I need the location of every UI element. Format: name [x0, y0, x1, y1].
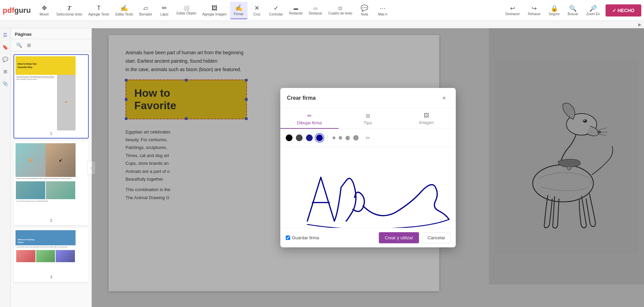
- modal-title: Crear firma: [287, 95, 316, 101]
- pencil-icon: ✏: [162, 4, 167, 12]
- sign-icon: ✍: [235, 4, 243, 11]
- save-signature-label: Guardar firma: [292, 235, 319, 240]
- modal-tabs: ✏ Dibujar firma ⊞ Tipo 🖼 Imagen: [280, 109, 456, 129]
- tab-tipo[interactable]: ⊞ Tipo: [339, 109, 397, 129]
- comments-sidebar-btn[interactable]: 💬: [1, 55, 9, 63]
- tool-nota[interactable]: 💬 Nota: [356, 2, 373, 19]
- page-number-2: 2: [16, 217, 87, 223]
- size-large[interactable]: [353, 135, 359, 141]
- redo-icon: ↪: [532, 5, 537, 12]
- add-text-icon: T: [97, 5, 101, 12]
- save-signature-checkbox[interactable]: [286, 236, 290, 240]
- modal-footer: Guardar firma Crear y utilizar Cancelar: [280, 228, 456, 247]
- tool-cuadro-texto[interactable]: ⊡ Cuadro de texto: [326, 2, 355, 19]
- tool-editar-texto[interactable]: ✍ Editar Texto: [113, 2, 136, 19]
- select-text-icon: 𝑻: [67, 5, 71, 12]
- highlight-icon: ▭: [313, 6, 317, 11]
- tool-agregar-texto[interactable]: T Agregar Texto: [86, 2, 112, 19]
- sidebar-search-icon[interactable]: 🔍: [15, 41, 23, 49]
- save-signature-checkbox-label[interactable]: Guardar firma: [286, 235, 319, 240]
- page-number-1: 1: [16, 130, 87, 136]
- crear-firma-modal: Crear firma × ✏ Dibujar firma ⊞ Tipo: [280, 88, 456, 247]
- pages-sidebar-btn[interactable]: ☰: [1, 31, 9, 39]
- pages-list: How to Draw OurFavorite Pets Lorem ipsum…: [11, 52, 91, 307]
- logo-guru: guru: [14, 6, 31, 15]
- zoom-button[interactable]: 🔎 Zoom En: [584, 3, 603, 17]
- signature-drawing: [280, 147, 456, 228]
- pages-sidebar: Páginas 🔍 ⊞ How to Draw OurFavorite Pets…: [11, 28, 92, 307]
- edit-object-icon: ⬜: [184, 5, 189, 11]
- eraser-tool-icon: ✂: [366, 135, 370, 141]
- top-toolbar: pdf guru ✥ Mover 𝑻 Seleccionar texto T A…: [0, 0, 644, 21]
- tool-editar-objeto[interactable]: ⬜ Editar Objeto: [174, 2, 199, 19]
- attachments-sidebar-btn[interactable]: 📎: [1, 80, 9, 88]
- crear-utilizar-button[interactable]: Crear y utilizar: [379, 232, 419, 243]
- content-area: Animals have been part of human art from…: [92, 28, 644, 307]
- page3-title: Different PaintingStyles: [18, 239, 34, 244]
- buscar-button[interactable]: 🔍 Buscar: [565, 3, 581, 17]
- size-medium-small[interactable]: [339, 136, 342, 140]
- hecho-button[interactable]: ✓ HECHO: [606, 4, 641, 17]
- image-tab-icon: 🖼: [424, 113, 429, 119]
- close-icon: ×: [442, 95, 446, 102]
- seguro-button[interactable]: 🔒 Seguro: [546, 3, 562, 17]
- tool-cruz[interactable]: ✕ Cruz: [248, 2, 266, 19]
- cancelar-button[interactable]: Cancelar: [422, 232, 450, 243]
- edit-text-icon: ✍: [120, 4, 128, 12]
- color-navy[interactable]: [306, 134, 313, 141]
- svg-rect-10: [280, 147, 456, 228]
- tab-imagen[interactable]: 🖼 Imagen: [397, 109, 455, 129]
- color-dark-blue[interactable]: [316, 134, 323, 141]
- tab-dibujar[interactable]: ✏ Dibujar firma: [280, 109, 339, 129]
- deshacer-button[interactable]: ↩ Deshacer: [503, 3, 523, 17]
- logo[interactable]: pdf guru: [3, 6, 31, 15]
- tab-dibujar-label: Dibujar firma: [297, 120, 322, 125]
- sidebar-grid-icon[interactable]: ⊞: [25, 41, 33, 49]
- size-medium[interactable]: [345, 136, 350, 140]
- modal-close-button[interactable]: ×: [440, 93, 449, 103]
- sidebar-title: Páginas: [11, 28, 91, 39]
- eraser-icon: ▱: [143, 4, 148, 12]
- move-icon: ✥: [42, 4, 47, 12]
- tool-agregar-imagen[interactable]: 🖼 Agregar Imagen: [200, 2, 229, 19]
- expand-arrow[interactable]: ▶: [638, 22, 641, 27]
- cross-icon: ✕: [254, 4, 259, 12]
- tool-controlar[interactable]: ✓ Controlar: [267, 2, 286, 19]
- page-thumb-2[interactable]: 🎨 🖌 Animals are a part of our daily life…: [13, 141, 89, 225]
- tool-mover[interactable]: ✥ Mover: [35, 2, 53, 19]
- main-area: ☰ 🔖 💬 ⊞ 📎 Páginas 🔍 ⊞ How to Draw OurFav…: [0, 28, 644, 307]
- secondary-bar: ▶: [0, 21, 644, 28]
- icon-sidebar: ☰ 🔖 💬 ⊞ 📎: [0, 28, 11, 307]
- tool-lapiz[interactable]: ✏ Lápiz: [156, 2, 173, 19]
- page-thumb-3[interactable]: Different PaintingStyles Lorem ipsum dol…: [13, 228, 89, 282]
- page-number-3: 3: [16, 274, 87, 280]
- more-icon: ⋯: [380, 4, 386, 12]
- size-small[interactable]: [333, 136, 335, 139]
- tool-mas[interactable]: ⋯ Más h: [374, 2, 391, 19]
- tool-firmar[interactable]: ✍ Firmar: [230, 2, 248, 19]
- signature-eraser-button[interactable]: ✂: [363, 133, 373, 143]
- rehacer-button[interactable]: ↪ Rehacer: [525, 3, 543, 17]
- color-dark-gray[interactable]: [296, 134, 303, 141]
- modal-overlay: Crear firma × ✏ Dibujar firma ⊞ Tipo: [92, 28, 644, 307]
- signature-canvas[interactable]: [280, 147, 456, 228]
- page-thumb-1[interactable]: How to Draw OurFavorite Pets Lorem ipsum…: [13, 54, 89, 139]
- footer-buttons: Crear y utilizar Cancelar: [379, 232, 450, 243]
- tool-redactar[interactable]: ▬ Redactar: [286, 2, 306, 19]
- bookmarks-sidebar-btn[interactable]: 🔖: [1, 43, 9, 51]
- type-tab-icon: ⊞: [366, 113, 370, 119]
- sidebar-icons: 🔍 ⊞: [11, 39, 91, 52]
- tool-borrador[interactable]: ▱ Borrador: [137, 2, 155, 19]
- tab-imagen-label: Imagen: [419, 120, 433, 125]
- layers-sidebar-btn[interactable]: ⊞: [1, 67, 9, 75]
- add-image-icon: 🖼: [212, 5, 218, 12]
- color-size-separator: [328, 134, 328, 142]
- text-box-icon: ⊡: [338, 6, 342, 11]
- lock-icon: 🔒: [551, 5, 558, 12]
- note-icon: 💬: [361, 4, 368, 12]
- color-black[interactable]: [286, 134, 292, 141]
- tool-seleccionar-texto[interactable]: 𝑻 Seleccionar texto: [54, 2, 85, 19]
- tool-destacar[interactable]: ▭ Destacar: [306, 2, 325, 19]
- logo-pdf: pdf: [3, 6, 14, 15]
- tab-tipo-label: Tipo: [364, 120, 372, 125]
